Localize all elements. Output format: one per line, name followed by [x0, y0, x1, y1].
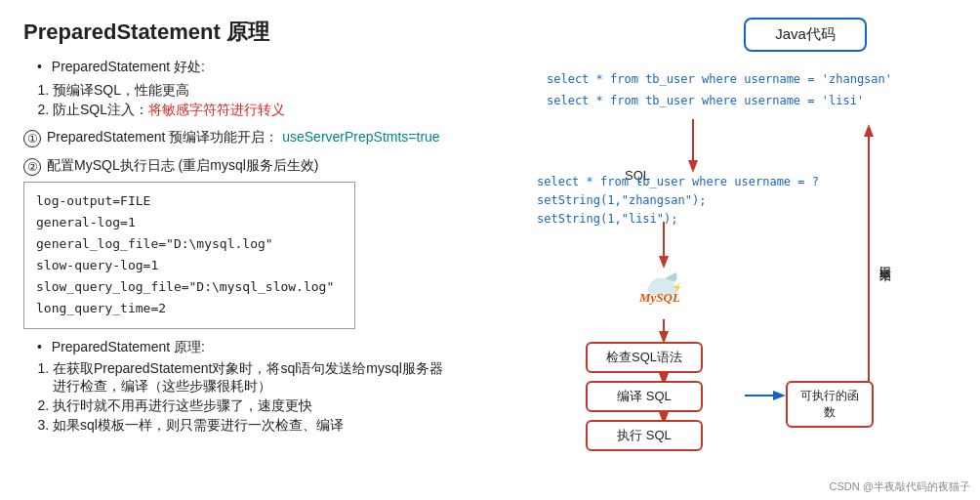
- left-panel: PreparedStatement 原理 • PreparedStatement…: [23, 18, 531, 438]
- sql-prepared-block: select * from tb_user where username = ?…: [537, 173, 819, 229]
- section1-header: • PreparedStatement 好处:: [37, 59, 531, 76]
- section4-label: PreparedStatement 原理:: [52, 339, 205, 354]
- set-line-1: setString(1,"zhangsan");: [537, 191, 819, 210]
- svg-marker-1: [864, 124, 874, 137]
- section4-header: • PreparedStatement 原理:: [37, 339, 531, 356]
- code-line-5: slow_query_log_file="D:\mysql_slow.log": [36, 276, 343, 298]
- circle-2: ②: [23, 158, 41, 176]
- mysql-logo: MySQL ⚡: [625, 264, 703, 312]
- set-line-2: setString(1,"lisi");: [537, 210, 819, 229]
- return-label: 返回结果: [877, 256, 893, 264]
- code-line-4: slow-query-log=1: [36, 255, 343, 276]
- execute-sql-box: 执行 SQL: [586, 420, 703, 451]
- code-line-1: log-output=FILE: [36, 190, 343, 212]
- benefit-2: 防止SQL注入：将敏感字符符进行转义: [53, 102, 531, 119]
- sql-line-2: select * from tb_user where username = '…: [547, 91, 966, 110]
- config-code-block: log-output=FILE general-log=1 general_lo…: [23, 182, 355, 329]
- sql-line-1: select * from tb_user where username = '…: [547, 69, 966, 89]
- section2: ① PreparedStatement 预编译功能开启： useServerPr…: [23, 129, 531, 147]
- svg-marker-14: [773, 391, 786, 400]
- svg-text:⚡: ⚡: [673, 282, 682, 292]
- code-line-2: general-log=1: [36, 212, 343, 233]
- mysql-dolphin-icon: MySQL ⚡: [637, 271, 691, 305]
- benefit-2-highlight: 将敏感字符符进行转义: [148, 102, 285, 117]
- section1-label: PreparedStatement 好处:: [52, 59, 205, 74]
- section2-label: PreparedStatement 预编译功能开启： useServerPrep…: [47, 129, 440, 146]
- sql-prepared-line: select * from tb_user where username = ?: [537, 173, 819, 191]
- right-panel: Java代码 select * from tb_user where usern…: [527, 18, 966, 451]
- diagram-area: SQL 返回结果 select * from tb_user where use…: [537, 119, 976, 451]
- section3: ② 配置MySQL执行日志 (重启mysql服务后生效): [23, 157, 531, 176]
- code-line-3: general_log_file="D:\mysql.log": [36, 233, 343, 255]
- section2-code: useServerPrepStmts=true: [282, 129, 439, 145]
- benefit-1: 预编译SQL，性能更高: [53, 82, 531, 100]
- svg-text:MySQL: MySQL: [638, 290, 680, 305]
- benefits-list: 预编译SQL，性能更高 防止SQL注入：将敏感字符符进行转义: [53, 82, 531, 119]
- principle-list: 在获取PreparedStatement对象时，将sql语句发送给mysql服务…: [53, 360, 531, 435]
- page-title: PreparedStatement 原理: [23, 18, 531, 47]
- section3-text: 配置MySQL执行日志 (重启mysql服务后生效): [47, 157, 318, 175]
- svg-marker-4: [688, 160, 698, 173]
- section3-note: (重启mysql服务后生效): [179, 157, 319, 173]
- compile-sql-box: 编译 SQL: [586, 381, 703, 412]
- circle-1: ①: [23, 130, 41, 147]
- principle-2: 执行时就不用再进行这些步骤了，速度更快: [53, 397, 531, 415]
- check-sql-box: 检查SQL语法: [586, 342, 703, 373]
- principle-3: 如果sql模板一样，则只需要进行一次检查、编译: [53, 417, 531, 435]
- principle-1: 在获取PreparedStatement对象时，将sql语句发送给mysql服务…: [53, 360, 531, 396]
- watermark: CSDN @半夜敲代码的夜猫子: [830, 479, 970, 494]
- java-box-label: Java代码: [775, 25, 836, 42]
- executable-box: 可执行的函数: [786, 381, 874, 428]
- code-line-6: long_query_time=2: [36, 298, 343, 319]
- java-code-box: Java代码: [744, 18, 867, 52]
